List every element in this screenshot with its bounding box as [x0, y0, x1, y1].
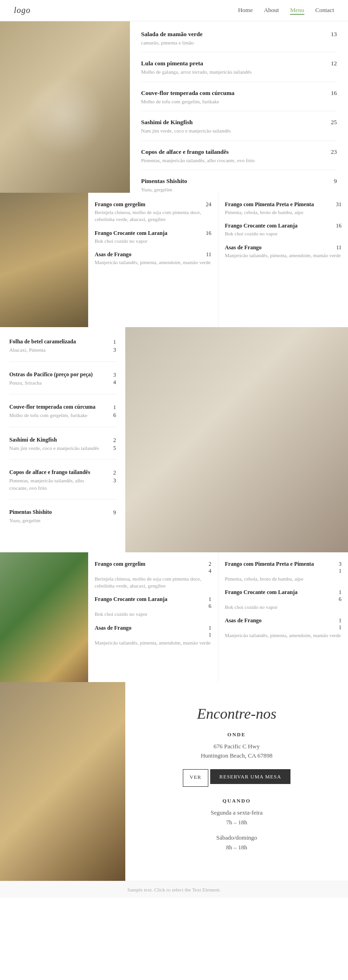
left-menu-item: Ostras do Pacífico (preço por peça) Ponz…	[9, 371, 116, 395]
left-menu-item: Sashimi de Kingfish Nam jim verde, coco …	[9, 436, 116, 460]
menu-col-right: Frango com Pimenta Preta e Pimenta 31 Pi…	[219, 193, 348, 327]
left-menu-item: Copos de alface e frango tailandês Pimen…	[9, 469, 116, 499]
nav-links: Home About Menu Contact	[238, 6, 334, 15]
menu-item: Copos de alface e frango tailandês Pimen…	[141, 148, 337, 170]
find-us-title: Encontre-nos	[144, 705, 329, 722]
hero-image	[0, 21, 130, 193]
nav-menu[interactable]: Menu	[290, 6, 304, 15]
logo: logo	[14, 6, 31, 15]
mini-menu-item: Frango Crocante com Laranja 16 Bok choi …	[225, 589, 342, 611]
menu-item: Sashimi de Kingfish Nam jim verde, coco …	[141, 119, 337, 140]
menu-item: Pimentas Shishito Yuzu, gergelim 9	[141, 177, 337, 193]
mini-menu-item: Frango com gergelim 24 Berinjela chinesa…	[95, 201, 212, 223]
nav-home[interactable]: Home	[238, 6, 253, 15]
footer: Sample text. Click to select the Text El…	[0, 881, 348, 898]
when-label: QUANDO	[144, 798, 329, 803]
weekday-hours: Segunda a sexta-feira 7h – 18h	[144, 808, 329, 828]
reservation-buttons: VER RESERVAR UMA MESA	[144, 769, 329, 787]
restaurant-image	[125, 327, 348, 552]
section-two-col: Frango com gergelim 24 Berinjela chinesa…	[0, 193, 348, 327]
find-us-info: Encontre-nos ONDE 676 Pacific C Hwy Hunt…	[125, 682, 348, 881]
mini-menu-item: Frango Crocante com Laranja 16 Bok choi …	[225, 222, 342, 237]
navigation: logo Home About Menu Contact	[0, 0, 348, 21]
left-menu-panel: Folha de betel caramelizada Abacaxi, Pim…	[0, 327, 125, 552]
menu-item: Salada de mamão verde camarão, pimenta e…	[141, 31, 337, 52]
mini-menu-item: Asas de Frango 11 Manjericão tailandês, …	[95, 625, 212, 646]
menu-col-left: Frango com gergelim 24 Berinjela chinesa…	[88, 193, 219, 327]
mini-menu-item: Asas de Frango 11 Manjericão tailandês, …	[95, 251, 212, 266]
menu-item: Couve-flor temperada com cúrcuma Molho d…	[141, 89, 337, 111]
menu-list-section1: Salada de mamão verde camarão, pimenta e…	[130, 21, 348, 193]
where-label: ONDE	[144, 732, 329, 737]
mini-menu-item: Asas de Frango 11 Manjericão tailandês, …	[225, 244, 342, 259]
section-img-twocol: Frango com gergelim 24 Berinjela chinesa…	[0, 552, 348, 682]
hours-section: QUANDO Segunda a sexta-feira 7h – 18h Sá…	[144, 798, 329, 852]
footer-text: Sample text. Click to select the Text El…	[128, 887, 221, 892]
mini-menu-item: Frango com Pimenta Preta e Pimenta 31 Pi…	[225, 561, 342, 582]
hero-food-image	[0, 21, 130, 193]
address: 676 Pacific C Hwy Huntington Beach, CA 6…	[144, 742, 329, 761]
see-map-button[interactable]: VER	[183, 769, 208, 787]
mini-menu-item: Asas de Frango 11 Manjericão tailandês, …	[225, 617, 342, 639]
two-col-menu-2: Frango com gergelim 24 Berinjela chinesa…	[88, 552, 348, 682]
find-us-image	[0, 682, 125, 881]
food-image-2	[0, 193, 88, 327]
two-col-menu: Frango com gergelim 24 Berinjela chinesa…	[88, 193, 348, 327]
section-left-menu: Folha de betel caramelizada Abacaxi, Pim…	[0, 327, 348, 552]
section-hero: Salada de mamão verde camarão, pimenta e…	[0, 21, 348, 193]
left-menu-item: Pimentas Shishito Yuzu, gergelim 9	[9, 509, 116, 531]
weekend-hours: Sábado/domingo 8h – 18h	[144, 833, 329, 853]
mini-menu-item: Frango Crocante com Laranja 16 Bok choi …	[95, 230, 212, 245]
mini-menu-item: Frango Crocante com Laranja 16 Bok choi …	[95, 596, 212, 618]
menu-col-left-2: Frango com gergelim 24 Berinjela chinesa…	[88, 552, 219, 682]
section-find-us: Encontre-nos ONDE 676 Pacific C Hwy Hunt…	[0, 682, 348, 881]
reserve-button[interactable]: RESERVAR UMA MESA	[210, 769, 290, 784]
mini-menu-item: Frango com gergelim 24 Berinjela chinesa…	[95, 561, 212, 590]
outdoor-image	[0, 552, 88, 682]
left-menu-item: Couve-flor temperada com cúrcuma Molho d…	[9, 404, 116, 427]
menu-item: Lula com pimenta preta Molho de galanga,…	[141, 60, 337, 82]
menu-col-right-2: Frango com Pimenta Preta e Pimenta 31 Pi…	[219, 552, 348, 682]
nav-about[interactable]: About	[264, 6, 279, 15]
mini-menu-item: Frango com Pimenta Preta e Pimenta 31 Pi…	[225, 201, 342, 216]
nav-contact[interactable]: Contact	[316, 6, 334, 15]
left-menu-item: Folha de betel caramelizada Abacaxi, Pim…	[9, 338, 116, 362]
